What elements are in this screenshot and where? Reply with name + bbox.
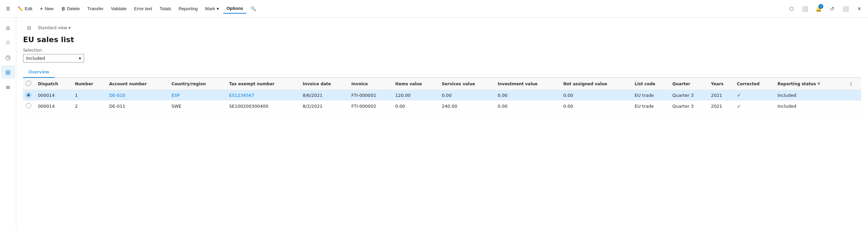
restore-button[interactable]: ⬜ xyxy=(840,3,852,15)
col-country[interactable]: Country/region xyxy=(169,78,226,90)
options-button[interactable]: Options xyxy=(223,4,246,14)
col-years[interactable]: Years xyxy=(708,78,734,90)
totals-button[interactable]: Totals xyxy=(156,4,175,13)
col-radio xyxy=(23,78,35,90)
selection-dropdown[interactable]: Included ▾ xyxy=(23,54,84,63)
page-title: EU sales list xyxy=(23,35,861,44)
error-text-button[interactable]: Error text xyxy=(131,4,155,13)
row1-tax-link[interactable]: ES1234567 xyxy=(229,93,254,98)
row2-services: 240.00 xyxy=(439,101,495,112)
col-reportingstatus[interactable]: Reporting status ▼ xyxy=(775,78,845,90)
settings-icon-btn[interactable]: ⬡ xyxy=(785,3,797,15)
title-bar: ☰ ✏️ Edit + New 🗑 Delete Transfer Valida… xyxy=(0,0,868,18)
new-icon: + xyxy=(40,6,43,12)
new-button[interactable]: + New xyxy=(36,4,57,14)
dropdown-chevron: ▾ xyxy=(79,56,81,61)
row2-investment: 0.00 xyxy=(495,101,560,112)
table-header-row: Dispatch Number Account number Country/r… xyxy=(23,78,861,90)
settings-icon: ⬡ xyxy=(789,6,794,12)
main-content: ⊟ Standard view ▾ EU sales list Selectio… xyxy=(16,18,868,228)
col-dispatch[interactable]: Dispatch xyxy=(35,78,72,90)
title-bar-right: ⬡ ⬜ 🔔 0 ↺ ⬜ ✕ xyxy=(785,3,865,15)
sidebar-item-grid[interactable]: ⊞ xyxy=(1,65,15,79)
col-listcode[interactable]: List code xyxy=(632,78,670,90)
notification-button[interactable]: 🔔 0 xyxy=(812,3,825,15)
search-button[interactable]: 🔍 xyxy=(247,4,259,13)
row1-country-link[interactable]: ESP xyxy=(172,93,180,98)
col-account[interactable]: Account number xyxy=(106,78,169,90)
row1-invoicedate: 8/6/2021 xyxy=(300,90,349,101)
col-corrected[interactable]: Corrected xyxy=(734,78,775,90)
sidebar-item-home[interactable]: ⌂ xyxy=(1,20,15,34)
row2-account: DE-011 xyxy=(106,101,169,112)
validate-button[interactable]: Validate xyxy=(107,4,130,13)
standard-view-chevron: ▾ xyxy=(68,25,71,30)
row1-radio[interactable] xyxy=(26,92,31,98)
row1-account-link[interactable]: DE-010 xyxy=(109,93,125,98)
col-number[interactable]: Number xyxy=(72,78,106,90)
filter-button[interactable]: ⊟ xyxy=(23,22,35,34)
table-row[interactable]: 000014 2 DE-011 SWE SE100200300400 8/2/2… xyxy=(23,101,861,112)
col-more[interactable]: ⋮ xyxy=(845,78,861,90)
column-more-icon[interactable]: ⋮ xyxy=(849,81,853,87)
tab-overview[interactable]: Overview xyxy=(23,67,55,78)
row2-country: SWE xyxy=(169,101,226,112)
reporting-button[interactable]: Reporting xyxy=(175,4,201,13)
selection-label: Selection xyxy=(23,48,861,53)
hamburger-menu[interactable]: ☰ xyxy=(3,4,14,13)
row1-years: 2021 xyxy=(708,90,734,101)
mark-button[interactable]: Mark ▾ xyxy=(202,4,222,13)
col-tax[interactable]: Tax exempt number xyxy=(226,78,300,90)
close-button[interactable]: ✕ xyxy=(853,3,865,15)
table-row[interactable]: 000014 1 DE-010 ESP ES1234567 8/6/2021 F… xyxy=(23,90,861,101)
col-invoicedate[interactable]: Invoice date xyxy=(300,78,349,90)
row2-radio[interactable] xyxy=(26,103,31,108)
table-container: Dispatch Number Account number Country/r… xyxy=(23,78,861,228)
panel-icon: ⬜ xyxy=(802,6,808,12)
sidebar-item-recent[interactable]: ◷ xyxy=(1,50,15,64)
row1-items: 120.00 xyxy=(393,90,439,101)
col-invoice[interactable]: Invoice xyxy=(349,78,392,90)
row2-number: 2 xyxy=(72,101,106,112)
sidebar-item-favorites[interactable]: ☆ xyxy=(1,35,15,49)
row1-invoice: FTI-000001 xyxy=(349,90,392,101)
row2-reportingstatus: Included xyxy=(775,101,845,112)
standard-view-label: Standard view xyxy=(38,25,67,30)
edit-icon: ✏️ xyxy=(18,6,23,11)
row2-items: 0.00 xyxy=(393,101,439,112)
transfer-button[interactable]: Transfer xyxy=(84,4,107,13)
row2-dispatch: 000014 xyxy=(35,101,72,112)
row1-dispatch: 000014 xyxy=(35,90,72,101)
row2-years: 2021 xyxy=(708,101,734,112)
row1-country[interactable]: ESP xyxy=(169,90,226,101)
sidebar-item-list[interactable]: ≡ xyxy=(1,80,15,94)
col-investment[interactable]: Investment value xyxy=(495,78,560,90)
col-services[interactable]: Services value xyxy=(439,78,495,90)
row2-notassigned: 0.00 xyxy=(560,101,632,112)
selection-value: Included xyxy=(26,56,45,61)
layout: ⌂ ☆ ◷ ⊞ ≡ ⊟ Standard view ▾ EU sales lis… xyxy=(0,18,868,228)
selection-section: Selection Included ▾ xyxy=(23,48,861,67)
refresh-icon: ↺ xyxy=(830,6,834,12)
row1-reportingstatus: Included xyxy=(775,90,845,101)
delete-button[interactable]: 🗑 Delete xyxy=(58,4,83,13)
row2-radio-cell[interactable] xyxy=(23,101,35,112)
row1-investment: 0.00 xyxy=(495,90,560,101)
edit-button[interactable]: ✏️ Edit xyxy=(14,4,36,13)
col-items[interactable]: Items value xyxy=(393,78,439,90)
col-notassigned[interactable]: Not assigned value xyxy=(560,78,632,90)
panel-icon-btn[interactable]: ⬜ xyxy=(799,3,811,15)
standard-view-selector[interactable]: Standard view ▾ xyxy=(38,25,71,30)
filter-row: ⊟ Standard view ▾ xyxy=(23,22,861,34)
row1-tax[interactable]: ES1234567 xyxy=(226,90,300,101)
col-quarter[interactable]: Quarter xyxy=(670,78,708,90)
notification-badge: 0 xyxy=(818,4,823,9)
row1-listcode: EU trade xyxy=(632,90,670,101)
row2-corrected: ✓ xyxy=(734,101,775,112)
header-radio[interactable] xyxy=(26,81,31,86)
row1-radio-cell[interactable] xyxy=(23,90,35,101)
refresh-button[interactable]: ↺ xyxy=(826,3,838,15)
row2-quarter: Quarter 3 xyxy=(670,101,708,112)
row1-account[interactable]: DE-010 xyxy=(106,90,169,101)
reporting-status-filter-icon[interactable]: ▼ xyxy=(817,82,820,86)
